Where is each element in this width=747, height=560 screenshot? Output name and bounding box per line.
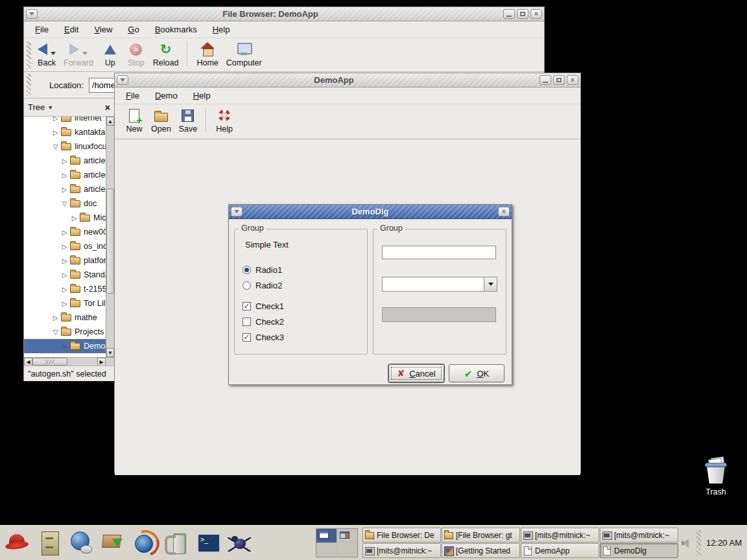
- tree-item[interactable]: ▷ platfor: [24, 253, 106, 268]
- panel-drag-handle[interactable]: [696, 530, 701, 556]
- tree-item[interactable]: ▷ article: [24, 168, 106, 182]
- launcher-button[interactable]: [98, 528, 126, 558]
- window-menu-button[interactable]: [231, 207, 243, 216]
- horizontal-scrollbar[interactable]: ◀ ▶: [24, 357, 114, 366]
- clock[interactable]: 12:20 AM: [706, 538, 742, 548]
- trash-icon[interactable]: [704, 459, 728, 485]
- task-button[interactable]: DemoDlg: [600, 543, 678, 558]
- open-button[interactable]: Open: [147, 106, 175, 134]
- tree-expander-icon[interactable]: ▷: [51, 117, 60, 122]
- computer-button[interactable]: Computer: [222, 40, 266, 67]
- checkbox-option[interactable]: ✓ Check3: [243, 329, 367, 345]
- task-button[interactable]: [mits@mitnick:~: [521, 528, 599, 542]
- task-button[interactable]: [File Browser: gt: [442, 528, 520, 542]
- launcher-button[interactable]: [3, 528, 31, 558]
- menu-item[interactable]: Help: [186, 89, 218, 102]
- menu-item[interactable]: File: [119, 89, 147, 102]
- side-pane-selector[interactable]: Tree: [28, 102, 45, 112]
- checkbox-option[interactable]: ✓ Check1: [243, 298, 367, 314]
- help-button[interactable]: Help: [211, 106, 237, 134]
- combo-input[interactable]: [382, 277, 484, 292]
- tree-item[interactable]: ▷ t-2155: [24, 282, 106, 296]
- checkbox-icon[interactable]: ✓: [243, 318, 251, 326]
- tree-expander-icon[interactable]: ▽: [60, 200, 69, 207]
- toolbar-drag-handle[interactable]: [27, 41, 31, 69]
- demoapp-titlebar[interactable]: DemoApp ×: [115, 73, 580, 88]
- tree-expander-icon[interactable]: ▷: [60, 243, 69, 250]
- tree-item[interactable]: ▷ Demo: [24, 339, 106, 353]
- close-button[interactable]: ×: [498, 207, 510, 216]
- tree-item[interactable]: ▷ article: [24, 182, 106, 196]
- checkbox-icon[interactable]: ✓: [243, 302, 251, 310]
- maximize-button[interactable]: [553, 75, 565, 85]
- combo-dropdown-button[interactable]: [484, 277, 497, 292]
- tree-item[interactable]: ▷ Mic: [24, 211, 106, 225]
- volume-icon[interactable]: [681, 538, 691, 548]
- reload-button[interactable]: ↻ Reload: [149, 40, 183, 67]
- radio-icon[interactable]: [243, 266, 251, 274]
- menu-item[interactable]: View: [87, 23, 119, 36]
- tree-item[interactable]: ▷ os_inc: [24, 239, 106, 253]
- launcher-button[interactable]: [34, 528, 63, 558]
- menu-item[interactable]: Bookmarks: [148, 23, 204, 36]
- workspace-cell-3[interactable]: [316, 543, 337, 557]
- tree-item[interactable]: ▷ internet: [24, 117, 106, 125]
- menu-item[interactable]: File: [28, 23, 56, 36]
- launcher-button[interactable]: [225, 528, 254, 558]
- task-button[interactable]: DemoApp: [521, 543, 599, 558]
- side-pane-header[interactable]: Tree ▾ ×: [24, 99, 114, 117]
- radio-option[interactable]: Radio1: [243, 262, 367, 277]
- tree-expander-icon[interactable]: ▷: [60, 186, 69, 193]
- menu-item[interactable]: Help: [206, 23, 237, 36]
- stop-button[interactable]: ✕ Stop: [123, 40, 149, 67]
- tree-expander-icon[interactable]: ▷: [60, 343, 69, 350]
- forward-dropdown-icon[interactable]: [82, 52, 88, 55]
- close-button[interactable]: ×: [530, 9, 542, 19]
- demodlg-titlebar[interactable]: DemoDlg ×: [229, 205, 512, 219]
- scroll-down-button[interactable]: ▼: [106, 348, 114, 357]
- tree-item[interactable]: ▷ kantakta: [24, 125, 106, 139]
- workspace-cell-2[interactable]: [337, 529, 357, 542]
- new-button[interactable]: New: [121, 106, 147, 134]
- scroll-up-button[interactable]: ▲: [106, 117, 114, 126]
- task-button[interactable]: [Getting Started: [442, 543, 520, 558]
- tree-expander-icon[interactable]: ▷: [60, 158, 69, 165]
- menu-item[interactable]: Go: [121, 23, 146, 36]
- workspace-cell-4[interactable]: [337, 543, 357, 557]
- vertical-scrollbar[interactable]: ▲ ▼: [106, 117, 114, 357]
- launcher-button[interactable]: [66, 528, 95, 558]
- file-browser-titlebar[interactable]: File Browser: DemoApp ×: [24, 7, 544, 21]
- locationbar-drag-handle[interactable]: [27, 74, 31, 96]
- workspace-cell-1[interactable]: [316, 529, 337, 542]
- menu-item[interactable]: Edit: [57, 23, 86, 36]
- side-pane-close-button[interactable]: ×: [105, 102, 110, 113]
- tree-item[interactable]: ▷ article: [24, 154, 106, 168]
- tree-expander-icon[interactable]: ▽: [51, 329, 60, 336]
- tree-item[interactable]: ▽ doc: [24, 196, 106, 211]
- menu-item[interactable]: Demo: [148, 89, 185, 102]
- window-menu-button[interactable]: [117, 75, 128, 85]
- tree-expander-icon[interactable]: ▷: [51, 314, 60, 321]
- home-button[interactable]: Home: [193, 40, 222, 67]
- tree-expander-icon[interactable]: ▷: [60, 272, 69, 279]
- up-button[interactable]: Up: [97, 40, 123, 67]
- window-menu-button[interactable]: [26, 9, 38, 19]
- launcher-button[interactable]: [130, 528, 158, 558]
- close-button[interactable]: ×: [567, 75, 578, 85]
- forward-button[interactable]: Forward: [60, 40, 97, 67]
- tree-expander-icon[interactable]: ▷: [60, 300, 69, 307]
- tree-expander-icon[interactable]: ▽: [51, 143, 60, 150]
- tree-expander-icon[interactable]: ▷: [70, 215, 78, 222]
- tree-expander-icon[interactable]: ▷: [60, 229, 69, 236]
- radio-option[interactable]: Radio2: [243, 277, 367, 293]
- launcher-button[interactable]: [193, 528, 222, 558]
- maximize-button[interactable]: [517, 9, 528, 19]
- task-button[interactable]: [mits@mitnick:~: [362, 543, 441, 558]
- minimize-button[interactable]: [503, 9, 515, 19]
- scroll-trough[interactable]: [67, 358, 97, 366]
- checkbox-icon[interactable]: ✓: [243, 333, 251, 342]
- vertical-scroll-thumb[interactable]: [106, 189, 114, 294]
- tree-item[interactable]: ▷ Tor Lil: [24, 296, 106, 310]
- tree-expander-icon[interactable]: ▷: [60, 286, 69, 293]
- tree-expander-icon[interactable]: ▷: [60, 172, 69, 179]
